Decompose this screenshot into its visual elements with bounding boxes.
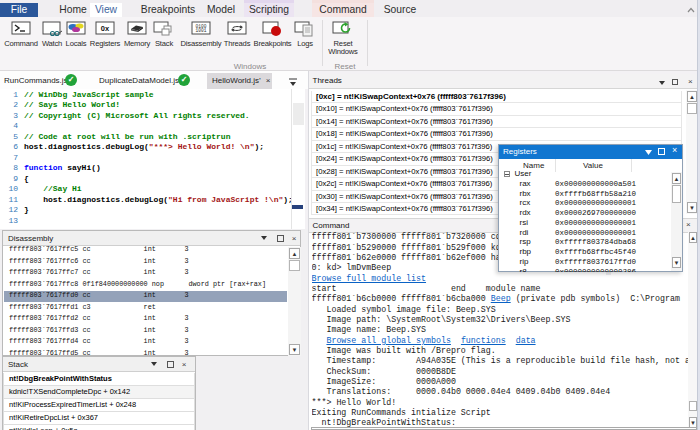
svg-text:0x: 0x (101, 24, 110, 33)
svg-text:1001: 1001 (196, 28, 207, 33)
